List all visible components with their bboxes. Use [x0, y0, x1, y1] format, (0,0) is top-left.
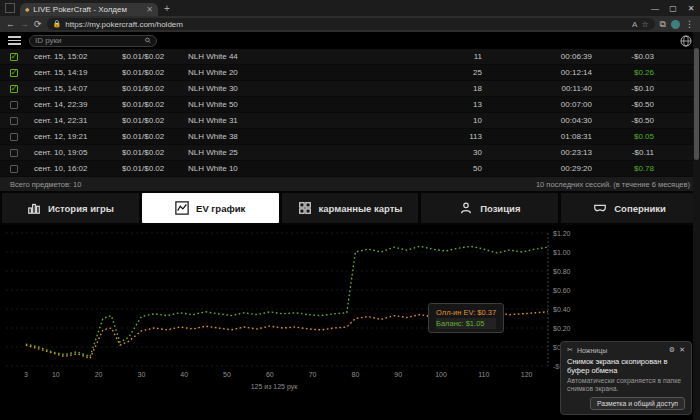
- session-duration: 00:04:30: [486, 116, 596, 125]
- table-row[interactable]: сент. 10, 19:05$0.01/$0.02NLH White 2530…: [0, 145, 700, 161]
- forward-button[interactable]: →: [20, 20, 29, 29]
- toast-message: Снимок экрана скопирован в буфер обмена: [567, 357, 685, 375]
- hand-id-search[interactable]: [29, 35, 157, 47]
- session-stakes: $0.01/$0.02: [118, 148, 184, 157]
- extensions-icon[interactable]: ⧉: [660, 19, 666, 30]
- bookmark-star-icon[interactable]: ☆: [641, 20, 648, 29]
- tab-pocket-cards[interactable]: карманные карты: [282, 193, 419, 223]
- language-globe-icon[interactable]: [680, 35, 692, 47]
- tab-label: История игры: [48, 203, 114, 214]
- row-checkbox[interactable]: ✓: [0, 53, 30, 61]
- row-checkbox[interactable]: [0, 101, 30, 109]
- svg-text:$1.00: $1.00: [553, 249, 571, 256]
- workspace-icon[interactable]: [5, 3, 15, 13]
- row-checkbox[interactable]: ✓: [0, 69, 30, 77]
- game-history-icon: [27, 201, 41, 215]
- svg-text:20: 20: [95, 371, 103, 378]
- session-game: NLH White 31: [184, 116, 396, 125]
- table-row[interactable]: ✓сент. 15, 15:02$0.01/$0.02NLH White 441…: [0, 49, 700, 65]
- table-row[interactable]: сент. 14, 22:39$0.01/$0.02NLH White 5013…: [0, 97, 700, 113]
- tooltip-balance-value: Баланс: $1.05: [436, 318, 496, 329]
- table-row[interactable]: ✓сент. 15, 14:19$0.01/$0.02NLH White 202…: [0, 65, 700, 81]
- close-button[interactable]: ✕: [682, 4, 700, 13]
- session-game: NLH White 10: [184, 164, 396, 173]
- tab-opponents[interactable]: Соперники: [561, 193, 698, 223]
- session-stakes: $0.01/$0.02: [118, 84, 184, 93]
- scrollbar-thumb[interactable]: [694, 48, 699, 160]
- svg-text:$0.40: $0.40: [553, 306, 571, 313]
- session-stakes: $0.01/$0.02: [118, 52, 184, 61]
- session-result: -$0.50: [596, 100, 658, 109]
- session-stakes: $0.01/$0.02: [118, 164, 184, 173]
- browser-tab[interactable]: ♠ LIVE PokerCraft - Холдем ✕: [20, 3, 158, 16]
- session-stakes: $0.01/$0.02: [118, 116, 184, 125]
- row-checkbox[interactable]: ✓: [0, 85, 30, 93]
- menu-icon[interactable]: [8, 36, 21, 45]
- session-hands: 50: [396, 164, 486, 173]
- minimize-button[interactable]: —: [646, 4, 664, 13]
- row-checkbox[interactable]: [0, 117, 30, 125]
- toast-close-icon[interactable]: ✕: [679, 346, 685, 354]
- session-hands: 113: [396, 132, 486, 141]
- search-icon[interactable]: [145, 36, 151, 45]
- session-result: $0.05: [596, 132, 658, 141]
- row-checkbox[interactable]: [0, 165, 30, 173]
- toast-submessage: Автоматически сохраняется в папке снимко…: [567, 377, 685, 393]
- opponents-icon: [593, 201, 607, 215]
- browser-window: ♠ LIVE PokerCraft - Холдем ✕ + — ▢ ✕ ← →…: [0, 0, 700, 420]
- session-hands: 25: [396, 68, 486, 77]
- tab-title: LIVE PokerCraft - Холдем: [33, 5, 142, 14]
- translate-icon[interactable]: A: [632, 20, 637, 29]
- markup-share-button[interactable]: Разметка и общий доступ: [590, 397, 685, 410]
- row-checkbox[interactable]: [0, 133, 30, 141]
- tooltip-ev-value: Олл-ин EV: $0.37: [436, 307, 496, 318]
- session-hands: 11: [396, 52, 486, 61]
- tab-label: EV график: [196, 203, 245, 214]
- session-duration: 00:06:39: [486, 52, 596, 61]
- session-date: сент. 12, 19:21: [30, 132, 118, 141]
- svg-text:100: 100: [435, 371, 447, 378]
- app-top-bar: [0, 32, 700, 49]
- tab-position[interactable]: Позиция: [421, 193, 558, 223]
- session-duration: 00:29:20: [486, 164, 596, 173]
- url-text: https://my.pokercraft.com/holdem: [65, 20, 628, 29]
- refresh-button[interactable]: ⟳: [34, 20, 42, 29]
- pocket-cards-icon: [298, 201, 312, 215]
- session-stakes: $0.01/$0.02: [118, 132, 184, 141]
- tab-game-history[interactable]: История игры: [2, 193, 139, 223]
- profile-avatar[interactable]: [671, 20, 680, 29]
- address-field[interactable]: 🔒 https://my.pokercraft.com/holdem A ☆: [47, 18, 655, 30]
- session-hands: 18: [396, 84, 486, 93]
- svg-text:50: 50: [223, 371, 231, 378]
- back-button[interactable]: ←: [6, 20, 15, 29]
- table-footer: Всего предметов: 10 10 последних сессий.…: [0, 177, 700, 191]
- new-tab-button[interactable]: +: [164, 3, 170, 14]
- row-checkbox[interactable]: [0, 149, 30, 157]
- maximize-button[interactable]: ▢: [664, 4, 682, 13]
- svg-text:$0.20: $0.20: [553, 325, 571, 332]
- session-result: -$0.03: [596, 52, 658, 61]
- toast-settings-icon[interactable]: ⚙: [669, 346, 675, 354]
- session-game: NLH White 25: [184, 148, 396, 157]
- snip-toast[interactable]: ✂ Ножницы ⚙ ✕ Снимок экрана скопирован в…: [560, 341, 692, 415]
- table-row[interactable]: сент. 14, 22:31$0.01/$0.02NLH White 3110…: [0, 113, 700, 129]
- table-row[interactable]: ✓сент. 15, 14:07$0.01/$0.02NLH White 301…: [0, 81, 700, 97]
- session-date: сент. 15, 14:07: [30, 84, 118, 93]
- page-scrollbar[interactable]: [693, 32, 700, 420]
- section-tabs: История игры EV график карманные карты П…: [0, 191, 700, 225]
- svg-text:$0.80: $0.80: [553, 268, 571, 275]
- toast-app-name: Ножницы: [577, 347, 607, 354]
- svg-text:110: 110: [478, 371, 489, 378]
- session-date: сент. 10, 16:02: [30, 164, 118, 173]
- table-row[interactable]: сент. 12, 19:21$0.01/$0.02NLH White 3811…: [0, 129, 700, 145]
- lock-icon[interactable]: 🔒: [53, 20, 62, 28]
- browser-tab-bar: ♠ LIVE PokerCraft - Холдем ✕ + — ▢ ✕: [0, 0, 700, 16]
- table-row[interactable]: сент. 10, 16:02$0.01/$0.02NLH White 1050…: [0, 161, 700, 177]
- svg-text:$1.20: $1.20: [553, 230, 571, 237]
- session-result: -$0.11: [596, 148, 658, 157]
- svg-text:10: 10: [52, 371, 60, 378]
- search-input[interactable]: [35, 36, 145, 45]
- tab-close-icon[interactable]: ✕: [146, 5, 153, 14]
- browser-menu-icon[interactable]: ⋮: [685, 19, 694, 29]
- tab-ev-graph[interactable]: EV график: [142, 193, 279, 223]
